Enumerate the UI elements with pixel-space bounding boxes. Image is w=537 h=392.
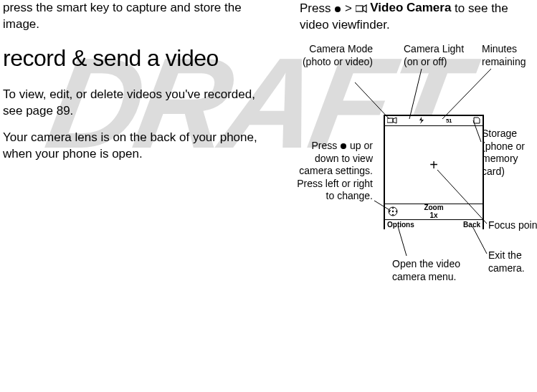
svg-rect-0 xyxy=(356,6,363,11)
focus-crosshair-icon: + xyxy=(427,158,441,172)
zoom-label: Zoom xyxy=(424,204,443,212)
svg-rect-1 xyxy=(387,118,393,123)
callout-dpad-hint: Press up or down to view camera settings… xyxy=(294,140,373,203)
storage-indicator-icon xyxy=(473,117,480,125)
callout-focus: Focus point xyxy=(488,219,537,232)
callout-exit: Exit the camera. xyxy=(488,249,537,274)
softkey-back: Back xyxy=(463,221,480,229)
heading-record-send-video: record & send a video xyxy=(3,43,268,74)
svg-line-5 xyxy=(409,69,422,119)
flash-indicator-icon xyxy=(419,117,424,125)
svg-line-10 xyxy=(472,226,487,254)
svg-line-11 xyxy=(398,226,407,256)
video-mode-indicator-icon xyxy=(387,117,397,125)
center-key-icon xyxy=(335,6,341,12)
paragraph-press-to-view: Press > Video Camera to see the video vi… xyxy=(300,0,536,34)
callout-camera-light: Camera Light (on or off) xyxy=(404,43,472,68)
callout-open-menu: Open the video camera menu. xyxy=(392,258,471,283)
paragraph-view-edit: To view, edit, or delete videos you've r… xyxy=(3,87,268,120)
svg-line-4 xyxy=(355,82,389,119)
callout-camera-mode: Camera Mode (photo or video) xyxy=(294,43,373,68)
softkey-options: Options xyxy=(387,221,414,229)
svg-point-3 xyxy=(392,211,394,212)
video-camera-icon xyxy=(356,4,367,13)
minutes-remaining-value: 51 xyxy=(446,118,452,124)
paragraph-lens: Your camera lens is on the back of your … xyxy=(3,130,268,163)
callout-storage: Storage (phone or memory card) xyxy=(482,128,537,178)
nav-key-icon xyxy=(341,143,346,149)
zoom-value: 1x xyxy=(424,212,443,220)
svg-line-6 xyxy=(442,69,491,119)
viewfinder-screen: 51 + Zoom 1x Options Back xyxy=(384,115,484,229)
paragraph-capture: press the smart key to capture and store… xyxy=(3,0,268,33)
callout-minutes: Minutes remaining xyxy=(482,43,537,68)
dpad-icon xyxy=(387,206,399,217)
